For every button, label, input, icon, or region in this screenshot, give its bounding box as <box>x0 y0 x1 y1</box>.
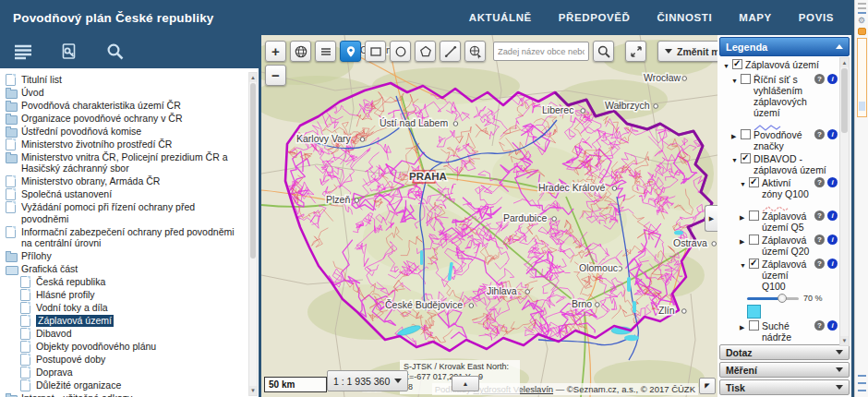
info-icon[interactable]: i <box>827 129 838 139</box>
tree-item[interactable]: Úvod <box>6 86 244 99</box>
legend-item[interactable]: ▶Suché nádrže (poldry)?i <box>721 320 838 343</box>
info-icon[interactable]: i <box>827 211 838 221</box>
map-search-input[interactable] <box>493 42 589 61</box>
tree-item[interactable]: Ústřední povodňová komise <box>6 125 244 138</box>
panel-section-dotaz[interactable]: Dotaz <box>719 344 850 360</box>
layer-checkbox[interactable] <box>749 211 759 221</box>
change-map-button[interactable]: Změnit mapu <box>657 41 717 62</box>
layer-checkbox[interactable] <box>732 59 742 69</box>
scroll-up-icon[interactable]: ▲ <box>249 73 257 82</box>
location-pin-button[interactable] <box>340 41 361 62</box>
tree-item[interactable]: Organizace povodňové ochrany v ČR <box>6 112 244 125</box>
nav-item[interactable]: MAPY <box>739 12 772 23</box>
nav-item[interactable]: AKTUÁLNĚ <box>469 12 532 23</box>
layer-checkbox[interactable] <box>749 235 759 245</box>
info-icon[interactable]: i <box>827 74 838 84</box>
expand-closed-icon[interactable]: ▶ <box>731 131 740 142</box>
help-icon[interactable]: ? <box>814 320 825 331</box>
help-icon[interactable]: ? <box>814 211 825 221</box>
tree-item[interactable]: Ministerstvo životního prostředí ČR <box>6 138 244 150</box>
layer-checkbox[interactable] <box>749 177 759 187</box>
expand-closed-icon[interactable]: ▶ <box>740 212 748 223</box>
layer-checkbox[interactable] <box>741 129 751 139</box>
info-icon[interactable]: i <box>827 259 838 269</box>
layers-button[interactable] <box>315 41 336 62</box>
expand-closed-icon[interactable]: ▶ <box>740 236 748 247</box>
tree-item[interactable]: Ministerstvo vnitra ČR, Policejní prezid… <box>6 150 244 175</box>
tree-item[interactable]: Grafická část <box>6 263 244 276</box>
tree-item[interactable]: Záplavová území <box>6 315 244 328</box>
scroll-down-icon[interactable]: ▼ <box>249 386 257 395</box>
expand-open-icon[interactable]: ▼ <box>731 155 740 166</box>
tree-item[interactable]: Internet - užitečné odkazy <box>6 392 244 397</box>
legend-item[interactable]: ▼DIBAVOD - záplavová území <box>721 153 838 175</box>
slider-thumb[interactable] <box>778 294 787 303</box>
tree-item[interactable]: Česká republika <box>6 276 244 289</box>
legend-header[interactable]: Legenda <box>719 37 850 56</box>
scroll-thumb[interactable] <box>250 83 256 259</box>
zoom-in-button[interactable]: + <box>265 41 286 62</box>
sidebar-scrollbar[interactable]: ▲ ▼ <box>248 72 258 396</box>
tree-item[interactable]: Objekty povodňového plánu <box>6 341 244 354</box>
tree-item[interactable]: Informační zabezpečení ochrany před povo… <box>6 225 244 250</box>
layer-checkbox[interactable] <box>741 74 751 84</box>
legend-collapse-handle[interactable]: ▶ <box>705 205 717 232</box>
info-icon[interactable]: i <box>827 320 838 331</box>
polygon-select-button[interactable] <box>415 41 436 62</box>
tree-item[interactable]: Společná ustanovení <box>6 188 244 201</box>
map-area[interactable]: ChemnitzChemnitzWrocławWrocławWałbrzychW… <box>261 35 717 397</box>
help-icon[interactable]: ? <box>814 259 825 269</box>
coords-collapse-button[interactable]: ▲ <box>452 376 479 391</box>
map-canvas[interactable]: ChemnitzChemnitzWrocławWrocławWałbrzychW… <box>261 35 717 397</box>
legend-scrollbar[interactable]: ▲ ▼ <box>839 57 850 346</box>
tree-item[interactable]: Postupové doby <box>6 354 244 367</box>
info-icon[interactable]: i <box>827 177 838 187</box>
tree-item[interactable]: Vodní toky a díla <box>6 302 244 315</box>
tree-item[interactable]: Dibavod <box>6 328 244 341</box>
fullscreen-button[interactable] <box>625 41 646 62</box>
nav-item[interactable]: ČINNOSTI <box>657 12 712 23</box>
info-icon[interactable]: i <box>827 235 838 245</box>
help-icon[interactable]: ? <box>814 129 825 139</box>
layer-checkbox[interactable] <box>749 320 759 331</box>
expand-closed-icon[interactable]: ▶ <box>740 322 748 333</box>
opacity-slider[interactable]: 70 % <box>747 294 838 303</box>
help-icon[interactable]: ? <box>814 177 825 187</box>
expand-open-icon[interactable]: ▼ <box>731 76 740 87</box>
line-measure-button[interactable] <box>440 41 461 62</box>
map-search-button[interactable] <box>593 41 614 62</box>
legend-item[interactable]: ▼Záplavová území <box>721 59 838 72</box>
rectangle-select-button[interactable] <box>365 41 386 62</box>
circle-select-button[interactable] <box>390 41 411 62</box>
help-icon[interactable]: ? <box>814 74 825 84</box>
legend-item[interactable]: ▼Záplavová území Q100?i <box>721 259 838 292</box>
expand-open-icon[interactable]: ▼ <box>723 61 731 72</box>
tree-item[interactable]: Přílohy <box>6 250 244 263</box>
menu-icon[interactable] <box>13 42 33 62</box>
search-icon[interactable] <box>105 42 126 62</box>
tree-item[interactable]: Vyžádání pomoci při řízení ochrany před … <box>6 201 244 226</box>
collapse-up-icon[interactable] <box>836 44 843 49</box>
tree-item[interactable]: Titulní list <box>6 73 244 86</box>
legend-item[interactable]: ▶Záplavová území Q20?i <box>721 235 838 257</box>
globe-button[interactable] <box>290 41 311 62</box>
legend-item[interactable]: ▼Aktivní zóny Q100?i <box>721 177 838 199</box>
tree-item[interactable]: Povodňová charakteristika území ČR <box>6 99 244 112</box>
legend-item[interactable]: ▼Říční síť s vyhlášením záplavových územ… <box>721 74 838 118</box>
tree-item[interactable]: Hlásné profily <box>6 289 244 302</box>
slider-track[interactable] <box>747 297 799 300</box>
globe-search-button[interactable] <box>464 41 486 62</box>
panel-section-tisk[interactable]: Tisk <box>719 379 850 395</box>
tree-item[interactable]: Ministerstvo obrany, Armáda ČR <box>6 175 244 188</box>
legend-item[interactable]: ▶Záplavová území Q5?i <box>721 211 838 233</box>
layer-checkbox[interactable] <box>749 259 759 269</box>
panel-section-men[interactable]: Měření <box>719 362 850 378</box>
attribution-toggle-button[interactable]: ◤ <box>699 378 716 394</box>
scroll-thumb[interactable] <box>841 68 848 133</box>
zoom-out-button[interactable]: − <box>265 65 286 86</box>
tree-item[interactable]: Důležité organizace <box>6 379 244 392</box>
tree-item[interactable]: Doprava <box>6 367 244 379</box>
nav-item[interactable]: POVIS <box>799 12 834 23</box>
expand-open-icon[interactable]: ▼ <box>740 260 748 271</box>
legend-item[interactable]: ▶Povodňové značky?i <box>721 129 838 151</box>
